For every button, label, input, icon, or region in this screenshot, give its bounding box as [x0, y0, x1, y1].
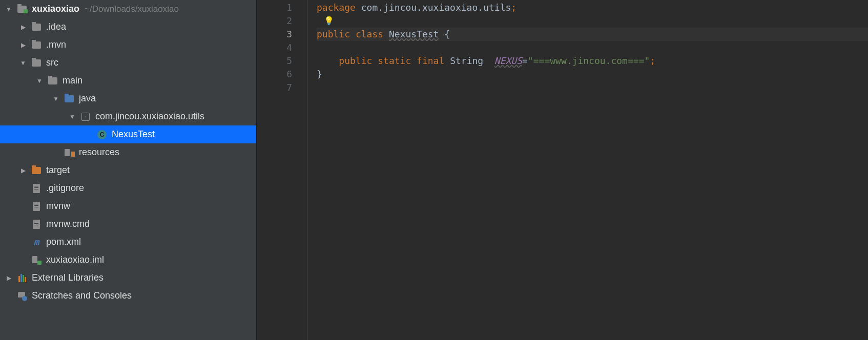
- maven-icon: m: [31, 237, 42, 248]
- tree-item-gitignore[interactable]: ▶ .gitignore: [0, 179, 256, 197]
- folder-icon: [31, 39, 42, 51]
- chevron-right-icon: ▶: [18, 167, 28, 174]
- line-number[interactable]: 6: [257, 68, 307, 81]
- item-label: main: [63, 75, 82, 86]
- tree-item-resources[interactable]: ▶ resources: [0, 143, 256, 161]
- keyword: public: [339, 55, 372, 66]
- file-icon: [31, 219, 42, 230]
- intention-bulb-icon[interactable]: 💡: [324, 14, 334, 28]
- tree-item-java[interactable]: ▼ java: [0, 90, 256, 108]
- line-number[interactable]: 3: [257, 28, 307, 41]
- project-tree[interactable]: ▼ xuxiaoxiao ~/Downloads/xuxiaoxiao ▶ .i…: [0, 0, 256, 340]
- item-label: NexusTest: [112, 129, 155, 140]
- item-label: target: [46, 165, 70, 176]
- package-icon: ◦: [80, 111, 91, 122]
- line-number[interactable]: 5: [257, 54, 307, 68]
- keyword: package: [317, 2, 356, 13]
- source-folder-icon: [64, 93, 75, 104]
- chevron-down-icon: ▼: [4, 6, 13, 13]
- line-number[interactable]: 2: [257, 14, 307, 28]
- file-icon: [31, 201, 42, 212]
- tree-item-target[interactable]: ▶ target: [0, 161, 256, 179]
- tree-item-mvnw[interactable]: ▶ mvnw: [0, 197, 256, 215]
- item-label: .idea: [46, 22, 66, 32]
- keyword: public: [317, 29, 350, 39]
- type: String: [450, 55, 483, 66]
- code-editor[interactable]: package com.jincou.xuxiaoxiao.utils; 💡 p…: [307, 0, 868, 340]
- tree-item-scratches[interactable]: ▶ Scratches and Consoles: [0, 287, 256, 305]
- item-label: Scratches and Consoles: [32, 290, 132, 301]
- tree-item-idea[interactable]: ▶ .idea: [0, 18, 256, 36]
- tree-item-mvnwcmd[interactable]: ▶ mvnw.cmd: [0, 215, 256, 233]
- semicolon: ;: [650, 55, 655, 66]
- excluded-folder-icon: [31, 165, 42, 176]
- root-path: ~/Downloads/xuxiaoxiao: [85, 4, 179, 14]
- tree-item-main[interactable]: ▼ main: [0, 72, 256, 90]
- keyword: static: [378, 55, 411, 66]
- editor-gutter[interactable]: 1 2 3 4 5 6 7: [256, 0, 307, 340]
- code-line-4[interactable]: [317, 41, 868, 54]
- chevron-down-icon: ▼: [18, 59, 28, 67]
- keyword: class: [356, 29, 383, 39]
- code-line-2[interactable]: 💡: [317, 14, 868, 28]
- item-label: .mvn: [46, 39, 66, 50]
- tree-item-src[interactable]: ▼ src: [0, 54, 256, 72]
- brace: }: [317, 69, 322, 79]
- item-label: pom.xml: [46, 237, 81, 247]
- scratches-icon: [16, 290, 28, 302]
- line-number[interactable]: 1: [257, 1, 307, 14]
- chevron-right-icon: ▶: [18, 41, 28, 49]
- tree-item-nexustest[interactable]: ▶ C NexusTest: [0, 125, 256, 143]
- chevron-right-icon: ▶: [4, 274, 13, 282]
- item-label: mvnw: [46, 201, 70, 211]
- iml-icon: [31, 254, 42, 266]
- code-line-6[interactable]: }: [317, 68, 868, 81]
- item-label: com.jincou.xuxiaoxiao.utils: [95, 111, 204, 122]
- item-label: src: [46, 57, 58, 68]
- line-number[interactable]: 7: [257, 81, 307, 94]
- item-label: External Libraries: [32, 272, 104, 283]
- item-label: java: [79, 93, 96, 104]
- item-label: xuxiaoxiao.iml: [46, 254, 104, 265]
- code-line-5[interactable]: public static final String NEXUS="===www…: [317, 54, 868, 68]
- libraries-icon: [16, 272, 28, 284]
- field-name: NEXUS: [494, 55, 522, 66]
- root-label: xuxiaoxiao: [32, 4, 79, 14]
- code-line-7[interactable]: [317, 81, 868, 94]
- item-label: mvnw.cmd: [46, 219, 90, 229]
- chevron-right-icon: ▶: [18, 24, 28, 31]
- folder-icon: [31, 22, 42, 33]
- chevron-down-icon: ▼: [68, 113, 77, 120]
- class-name: NexusTest: [389, 29, 439, 39]
- tree-item-root[interactable]: ▼ xuxiaoxiao ~/Downloads/xuxiaoxiao: [0, 0, 256, 18]
- tree-item-package[interactable]: ▼ ◦ com.jincou.xuxiaoxiao.utils: [0, 108, 256, 125]
- code-line-3[interactable]: public class NexusTest {: [317, 28, 868, 41]
- module-icon: [16, 4, 28, 15]
- resources-folder-icon: [64, 147, 75, 158]
- package-path: com.jincou.xuxiaoxiao.utils: [361, 2, 511, 13]
- item-label: resources: [79, 147, 119, 158]
- tree-item-mvn[interactable]: ▶ .mvn: [0, 36, 256, 54]
- file-icon: [31, 183, 42, 194]
- semicolon: ;: [511, 2, 516, 13]
- folder-icon: [47, 75, 58, 87]
- tree-item-pom[interactable]: ▶ m pom.xml: [0, 233, 256, 251]
- keyword: final: [417, 55, 444, 66]
- folder-icon: [31, 57, 42, 69]
- tree-item-external-libraries[interactable]: ▶ External Libraries: [0, 269, 256, 287]
- chevron-down-icon: ▼: [35, 77, 44, 84]
- string-literal: "===www.jincou.com===": [528, 55, 650, 66]
- item-label: .gitignore: [46, 183, 84, 194]
- line-number[interactable]: 4: [257, 41, 307, 54]
- operator: =: [522, 55, 528, 66]
- java-class-icon: C: [96, 129, 108, 140]
- chevron-down-icon: ▼: [51, 95, 60, 102]
- code-line-1[interactable]: package com.jincou.xuxiaoxiao.utils;: [317, 1, 868, 14]
- brace: {: [444, 29, 450, 39]
- tree-item-iml[interactable]: ▶ xuxiaoxiao.iml: [0, 251, 256, 269]
